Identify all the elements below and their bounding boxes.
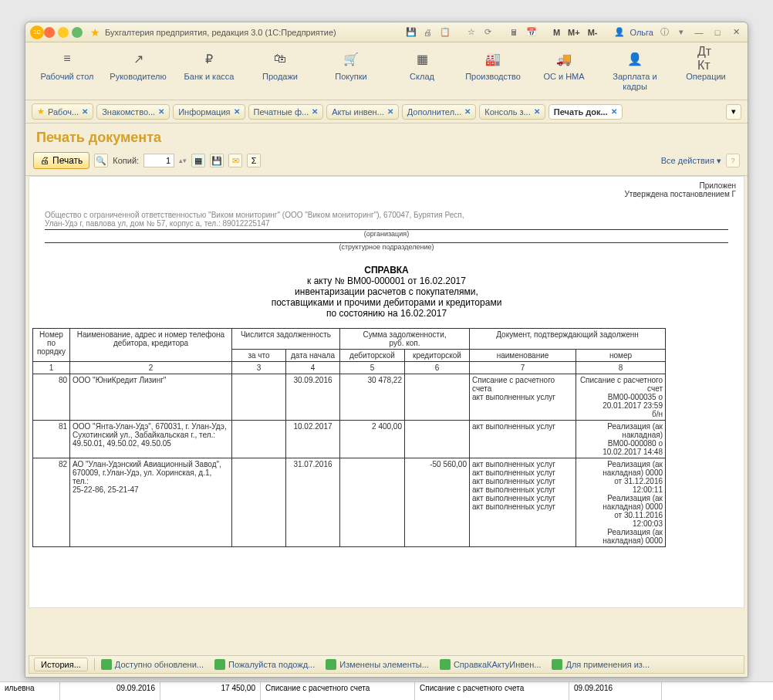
info-icon bbox=[552, 659, 562, 670]
status-item-4[interactable]: Для применения из... bbox=[552, 659, 650, 670]
tab-close-icon[interactable]: ✕ bbox=[234, 107, 240, 116]
info-icon bbox=[214, 659, 225, 670]
th-colnum: 3 bbox=[232, 362, 286, 374]
cell-deb: 2 400,00 bbox=[340, 421, 405, 458]
close-dot-icon[interactable] bbox=[44, 27, 55, 38]
print-button[interactable]: 🖨 Печать bbox=[33, 152, 89, 169]
cell-num: Списание с расчетного счет ВМ00-000035 о… bbox=[576, 374, 666, 421]
toolbar-item-6[interactable]: 🏭Производство bbox=[458, 50, 528, 92]
table-row: 81ООО "Янта-Улан-Удэ", 670031, г. Улан-У… bbox=[33, 421, 666, 458]
report-subtitle: инвентаризации расчетов с покупателями, bbox=[29, 286, 744, 297]
tab-close-icon[interactable]: ✕ bbox=[534, 107, 540, 116]
tab-label: Печать док... bbox=[554, 107, 608, 117]
toolbar-item-5[interactable]: ▦Склад bbox=[387, 50, 457, 92]
tab-2[interactable]: Информация✕ bbox=[173, 104, 245, 120]
maximize-button[interactable]: □ bbox=[711, 26, 724, 39]
print-icon[interactable]: 🖨 bbox=[422, 26, 434, 39]
tab-close-icon[interactable]: ✕ bbox=[158, 107, 164, 116]
memory-mminus[interactable]: M- bbox=[586, 28, 599, 37]
th-debt-group: Числится задолженность bbox=[232, 329, 340, 350]
toolbar-label: Рабочий стол bbox=[40, 72, 93, 82]
toolbar-item-2[interactable]: ₽Банк и касса bbox=[174, 50, 244, 92]
close-button[interactable]: ✕ bbox=[729, 26, 743, 39]
cell-za bbox=[232, 421, 286, 458]
copy-icon[interactable]: 📋 bbox=[439, 26, 451, 39]
approval-text: Приложен Утверждена постановлением Г bbox=[29, 177, 744, 203]
toolbar-item-0[interactable]: ≡Рабочий стол bbox=[32, 50, 102, 92]
info-icon[interactable]: ⓘ bbox=[658, 26, 670, 39]
table-icon[interactable]: ▦ bbox=[191, 154, 205, 167]
tabs-row: ★Рабоч...✕Знакомство...✕Информация✕Печат… bbox=[25, 100, 748, 123]
preview-icon[interactable]: 🔍 bbox=[94, 154, 108, 167]
sum-icon[interactable]: Σ bbox=[247, 154, 261, 167]
background-table-row: ильевна 09.09.2016 17 450,00 Списание с … bbox=[0, 681, 773, 700]
tab-close-icon[interactable]: ✕ bbox=[82, 107, 88, 116]
th-doc-group: Документ, подтверждающий задолженн bbox=[470, 329, 666, 350]
tab-4[interactable]: Акты инвен...✕ bbox=[326, 104, 399, 120]
dropdown-icon[interactable]: ▾ bbox=[675, 26, 687, 39]
maximize-dot-icon[interactable] bbox=[72, 27, 83, 38]
copies-input[interactable] bbox=[143, 154, 174, 167]
toolbar-item-4[interactable]: 🛒Покупки bbox=[316, 50, 386, 92]
tab-0[interactable]: ★Рабоч...✕ bbox=[32, 103, 93, 120]
toolbar-item-1[interactable]: ↗Руководителю bbox=[103, 50, 173, 92]
th-date: дата начала bbox=[286, 350, 340, 362]
calendar-icon[interactable]: 📅 bbox=[525, 26, 538, 39]
tab-6[interactable]: Консоль з...✕ bbox=[479, 104, 545, 120]
toolbar-label: ОС и НМА bbox=[543, 72, 584, 82]
history-icon[interactable]: ⟳ bbox=[482, 26, 495, 39]
bg-cell: 09.09.2016 bbox=[60, 682, 160, 700]
user-name[interactable]: Ольга bbox=[630, 28, 653, 37]
memory-m[interactable]: M bbox=[552, 28, 562, 37]
save-icon[interactable]: 💾 bbox=[405, 26, 417, 39]
toolbar-item-8[interactable]: 👤Зарплата и кадры bbox=[600, 50, 670, 92]
window-title: Бухгалтерия предприятия, редакция 3.0 (1… bbox=[105, 28, 405, 37]
tab-7[interactable]: Печать док...✕ bbox=[549, 104, 623, 120]
help-button[interactable]: ? bbox=[726, 154, 740, 167]
star-icon[interactable]: ☆ bbox=[465, 26, 478, 39]
tab-1[interactable]: Знакомство...✕ bbox=[96, 104, 170, 120]
th-colnum: 8 bbox=[576, 362, 666, 374]
report-subtitle: поставщиками и прочими дебиторами и кред… bbox=[29, 297, 744, 308]
toolbar-label: Производство bbox=[465, 72, 521, 82]
toolbar-item-9[interactable]: Дт КтОперации bbox=[671, 50, 741, 92]
history-button[interactable]: История... bbox=[34, 658, 88, 671]
status-text: Для применения из... bbox=[565, 660, 650, 669]
copies-spinner[interactable]: ▴▾ bbox=[179, 157, 187, 164]
tab-close-icon[interactable]: ✕ bbox=[387, 107, 393, 116]
cell-kred bbox=[405, 374, 470, 421]
tab-close-icon[interactable]: ✕ bbox=[611, 107, 617, 116]
cell-date: 10.02.2017 bbox=[286, 421, 340, 458]
memory-mplus[interactable]: M+ bbox=[566, 28, 582, 37]
cell-doc: Списание с расчетного счета акт выполнен… bbox=[470, 374, 576, 421]
tab-5[interactable]: Дополнител...✕ bbox=[402, 104, 476, 120]
tab-3[interactable]: Печатные ф...✕ bbox=[248, 104, 324, 120]
tabs-dropdown[interactable]: ▾ bbox=[726, 104, 741, 120]
cell-deb: 30 478,22 bbox=[340, 374, 405, 421]
status-item-2[interactable]: Изменены элементы... bbox=[326, 659, 429, 670]
toolbar-icon: Дт Кт bbox=[697, 50, 714, 67]
organization-line: Общество с ограниченной ответственностью… bbox=[45, 211, 728, 230]
th-colnum: 7 bbox=[470, 362, 576, 374]
toolbar-item-7[interactable]: 🚚ОС и НМА bbox=[529, 50, 599, 92]
status-item-1[interactable]: Пожалуйста подожд... bbox=[214, 659, 315, 670]
minimize-button[interactable]: — bbox=[692, 26, 706, 39]
favorite-icon[interactable]: ★ bbox=[90, 26, 100, 39]
tab-close-icon[interactable]: ✕ bbox=[464, 107, 471, 116]
cell-kred bbox=[405, 421, 470, 458]
all-actions-link[interactable]: Все действия ▾ bbox=[661, 156, 721, 166]
toolbar-item-3[interactable]: 🛍Продажи bbox=[245, 50, 315, 92]
minimize-dot-icon[interactable] bbox=[58, 27, 69, 38]
save-doc-icon[interactable]: 💾 bbox=[210, 154, 224, 167]
tab-label: Печатные ф... bbox=[254, 107, 309, 117]
status-item-0[interactable]: Доступно обновлени... bbox=[101, 659, 204, 670]
bg-cell: Списание с расчетного счета bbox=[261, 682, 415, 700]
status-item-3[interactable]: СправкаКАктуИнвен... bbox=[440, 659, 542, 670]
document-area[interactable]: Приложен Утверждена постановлением Г Общ… bbox=[29, 176, 744, 608]
calc-icon[interactable]: 🖩 bbox=[508, 26, 521, 39]
email-icon[interactable]: ✉ bbox=[228, 154, 242, 167]
table-row: 82АО "Улан-Удэнский Авиационный Завод", … bbox=[33, 458, 666, 547]
tab-close-icon[interactable]: ✕ bbox=[312, 107, 318, 116]
inventory-table: Номер по порядку Наименование, адрес и н… bbox=[32, 328, 666, 547]
organization-sublabel: (организация) bbox=[29, 230, 744, 238]
